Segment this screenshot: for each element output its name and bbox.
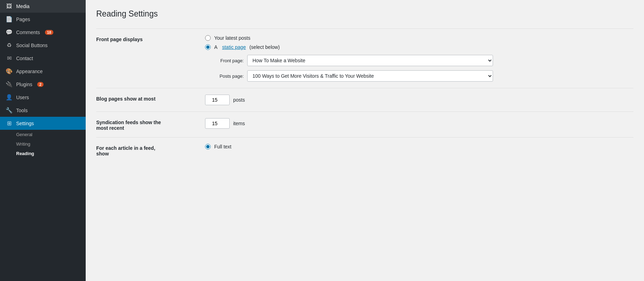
syndication-feeds-row: Syndication feeds show the most recent i… bbox=[96, 111, 633, 137]
front-page-radio-group: Your latest posts A static page (select … bbox=[205, 35, 633, 50]
settings-icon: ⊞ bbox=[6, 120, 13, 127]
blog-pages-input-group: posts bbox=[205, 95, 633, 105]
posts-page-select-row: Posts page: 100 Ways to Get More Visitor… bbox=[209, 70, 633, 82]
sidebar: 🖼 Media 📄 Pages 💬 Comments 18 ♻ Social B… bbox=[0, 0, 86, 281]
sidebar-item-label: Comments bbox=[16, 30, 40, 35]
radio-full-text[interactable] bbox=[205, 144, 211, 149]
sidebar-subitem-reading[interactable]: Reading bbox=[0, 149, 86, 158]
radio-static-suffix: (select below) bbox=[249, 44, 280, 50]
media-icon: 🖼 bbox=[6, 3, 13, 9]
sidebar-item-tools[interactable]: 🔧 Tools bbox=[0, 104, 86, 117]
front-page-select-label: Front page: bbox=[209, 58, 244, 63]
front-page-select-row: Front page: How To Make a Website bbox=[209, 55, 633, 66]
plugins-icon: 🔌 bbox=[6, 81, 13, 88]
plugins-badge: 2 bbox=[37, 82, 44, 87]
static-page-sub-options: Front page: How To Make a Website Posts … bbox=[209, 55, 633, 82]
sidebar-item-label: Pages bbox=[16, 17, 30, 22]
sidebar-item-label: Social Buttons bbox=[16, 43, 48, 48]
radio-static-label-a: A bbox=[214, 44, 218, 50]
sidebar-item-users[interactable]: 👤 Users bbox=[0, 91, 86, 104]
sidebar-item-media[interactable]: 🖼 Media bbox=[0, 0, 86, 13]
sidebar-item-label: Settings bbox=[16, 121, 34, 126]
sidebar-item-settings[interactable]: ⊞ Settings bbox=[0, 117, 86, 130]
sidebar-item-comments[interactable]: 💬 Comments 18 bbox=[0, 26, 86, 39]
appearance-icon: 🎨 bbox=[6, 68, 13, 75]
syndication-feeds-label: Syndication feeds show the most recent bbox=[96, 118, 205, 131]
sidebar-item-label: Media bbox=[16, 4, 29, 9]
sidebar-item-label: Plugins bbox=[16, 82, 32, 87]
sidebar-item-label: Users bbox=[16, 95, 29, 100]
feed-article-control: Full text bbox=[205, 144, 633, 149]
front-page-displays-control: Your latest posts A static page (select … bbox=[205, 35, 633, 82]
front-page-displays-row: Front page displays Your latest posts A … bbox=[96, 28, 633, 88]
comments-badge: 18 bbox=[45, 30, 53, 35]
sidebar-item-social-buttons[interactable]: ♻ Social Buttons bbox=[0, 39, 86, 52]
sidebar-item-label: Appearance bbox=[16, 69, 43, 74]
radio-full-text-label: Full text bbox=[214, 144, 231, 149]
sidebar-item-pages[interactable]: 📄 Pages bbox=[0, 13, 86, 26]
syndication-feeds-input-group: items bbox=[205, 118, 633, 129]
blog-pages-suffix: posts bbox=[233, 97, 245, 103]
blog-pages-control: posts bbox=[205, 95, 633, 105]
sidebar-subitem-writing[interactable]: Writing bbox=[0, 139, 86, 149]
tools-icon: 🔧 bbox=[6, 107, 13, 114]
sidebar-item-label: Contact bbox=[16, 56, 33, 61]
radio-option-latest[interactable]: Your latest posts bbox=[205, 35, 633, 41]
syndication-feeds-control: items bbox=[205, 118, 633, 129]
blog-pages-label: Blog pages show at most bbox=[96, 95, 205, 102]
feed-article-row: For each article in a feed, show Full te… bbox=[96, 137, 633, 163]
feed-article-label: For each article in a feed, show bbox=[96, 144, 205, 157]
posts-page-select[interactable]: 100 Ways to Get More Visitors & Traffic … bbox=[247, 70, 493, 82]
page-title: Reading Settings bbox=[96, 9, 633, 19]
radio-static[interactable] bbox=[205, 44, 211, 50]
blog-pages-row: Blog pages show at most posts bbox=[96, 88, 633, 111]
comments-icon: 💬 bbox=[6, 29, 13, 36]
blog-pages-input[interactable] bbox=[205, 95, 230, 105]
contact-icon: ✉ bbox=[6, 55, 13, 62]
static-page-link[interactable]: static page bbox=[222, 44, 246, 50]
posts-page-select-label: Posts page: bbox=[209, 74, 244, 79]
social-buttons-icon: ♻ bbox=[6, 42, 13, 49]
front-page-select[interactable]: How To Make a Website bbox=[247, 55, 493, 66]
users-icon: 👤 bbox=[6, 94, 13, 101]
radio-latest[interactable] bbox=[205, 35, 211, 41]
radio-option-full-text[interactable]: Full text bbox=[205, 144, 633, 149]
sidebar-item-appearance[interactable]: 🎨 Appearance bbox=[0, 65, 86, 78]
front-page-displays-label: Front page displays bbox=[96, 35, 205, 42]
sidebar-item-plugins[interactable]: 🔌 Plugins 2 bbox=[0, 78, 86, 91]
syndication-feeds-suffix: items bbox=[233, 121, 245, 126]
radio-option-static[interactable]: A static page (select below) bbox=[205, 44, 633, 50]
feed-article-radio-group: Full text bbox=[205, 144, 633, 149]
sidebar-item-label: Tools bbox=[16, 108, 28, 113]
radio-latest-label: Your latest posts bbox=[214, 35, 250, 41]
sidebar-item-contact[interactable]: ✉ Contact bbox=[0, 52, 86, 65]
pages-icon: 📄 bbox=[6, 16, 13, 23]
sidebar-subitem-general[interactable]: General bbox=[0, 130, 86, 139]
main-content: Reading Settings Front page displays You… bbox=[86, 0, 644, 281]
syndication-feeds-input[interactable] bbox=[205, 118, 230, 129]
